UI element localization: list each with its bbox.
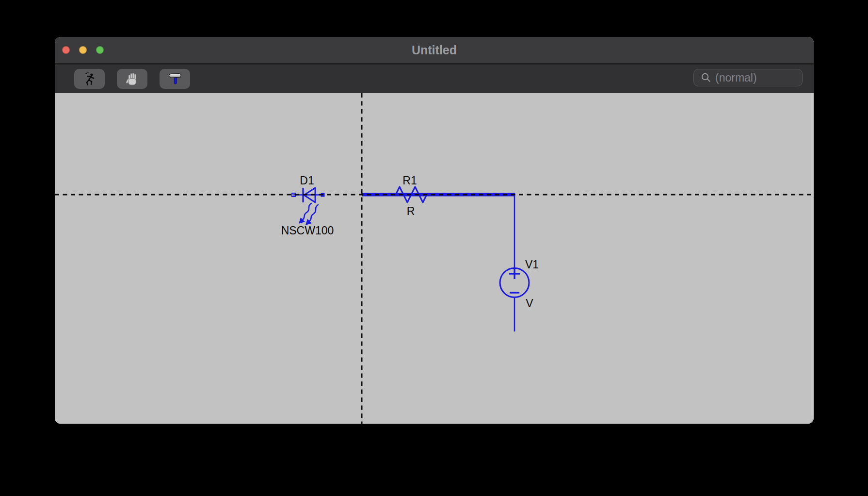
search-icon [701, 72, 711, 83]
component-led-d1[interactable]: D1 NSCW100 [281, 174, 334, 237]
build-button[interactable] [160, 69, 190, 89]
pan-button[interactable] [117, 69, 147, 89]
vsource-ref-label[interactable]: V1 [525, 258, 539, 271]
desktop-background: { "window": { "title": "Untitled", "traf… [0, 0, 868, 496]
titlebar[interactable]: Untitled [55, 37, 814, 63]
component-resistor-r1[interactable]: R1 R [362, 174, 515, 217]
search-input[interactable] [714, 71, 798, 85]
runner-icon [82, 72, 97, 86]
resistor-value-label[interactable]: R [407, 205, 415, 217]
schematic-svg: D1 NSCW100 R1 R V1 V [55, 93, 814, 424]
led-ref-label[interactable]: D1 [300, 174, 314, 187]
led-model-label[interactable]: NSCW100 [281, 224, 334, 237]
app-window: Untitled [55, 37, 814, 424]
component-voltage-v1[interactable]: V1 V [500, 193, 539, 331]
schematic-canvas[interactable]: D1 NSCW100 R1 R V1 V [55, 93, 814, 424]
run-button[interactable] [74, 69, 105, 89]
vsource-value-label[interactable]: V [526, 297, 533, 310]
toolbar [55, 63, 814, 93]
search-field[interactable] [693, 69, 803, 86]
hammer-icon [167, 71, 183, 87]
window-title: Untitled [55, 37, 814, 63]
led-emission-arrow-1 [303, 203, 311, 220]
hand-icon [126, 72, 139, 86]
resistor-ref-label[interactable]: R1 [402, 174, 417, 187]
led-emission-arrow-2 [309, 205, 318, 221]
